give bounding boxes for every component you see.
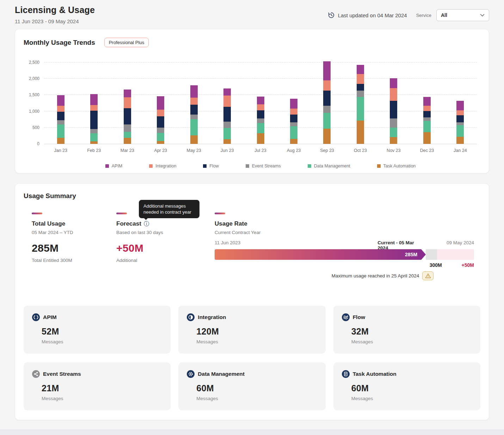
legend-label: Flow bbox=[209, 164, 219, 169]
bar-segment bbox=[223, 107, 231, 122]
y-axis-tick-label: 0 bbox=[37, 141, 39, 146]
bar-segment bbox=[290, 99, 297, 109]
bar-segment bbox=[57, 95, 64, 106]
bar-segment bbox=[456, 101, 464, 110]
bar-segment bbox=[423, 106, 431, 111]
bar-segment bbox=[456, 137, 464, 144]
legend-item[interactable]: APIM bbox=[105, 164, 123, 169]
bar-segment bbox=[423, 97, 431, 106]
bar-segment bbox=[423, 117, 431, 121]
bar-segment bbox=[124, 90, 131, 97]
x-axis-tick-label: Feb 23 bbox=[77, 148, 110, 153]
usage-rate-additional-segment bbox=[437, 249, 474, 260]
x-axis-tick-label: Jul 23 bbox=[244, 148, 277, 153]
y-axis-tick-label: 500 bbox=[32, 125, 39, 130]
bar-segment bbox=[57, 112, 64, 120]
legend-item[interactable]: Task Automation bbox=[377, 164, 416, 169]
x-axis-tick-label: Apr 23 bbox=[144, 148, 177, 153]
stacked-bar bbox=[257, 97, 264, 144]
legend-item[interactable]: Event Streams bbox=[246, 164, 281, 169]
legend-item[interactable]: Data Management bbox=[308, 164, 350, 169]
trends-title: Monthly Usage Trends bbox=[24, 39, 95, 47]
metric-value: 120M bbox=[196, 326, 317, 337]
metric-value: 60M bbox=[196, 383, 317, 393]
bar-segment bbox=[90, 129, 98, 133]
page-date-range: 11 Jun 2023 - 09 May 2024 bbox=[15, 18, 95, 24]
forecast-footnote: Additional bbox=[116, 258, 215, 263]
bar-segment bbox=[357, 121, 364, 144]
legend-label: Data Management bbox=[314, 164, 350, 169]
usage-rate-end-date: 09 May 2024 bbox=[447, 240, 474, 245]
chart-bar-column bbox=[311, 58, 344, 144]
bar-segment bbox=[57, 124, 64, 138]
bar-segment bbox=[257, 110, 264, 118]
licensing-usage-page: Licensing & Usage 11 Jun 2023 - 09 May 2… bbox=[0, 0, 504, 420]
service-label: Service bbox=[416, 13, 431, 18]
forecast-value: +50M bbox=[116, 242, 215, 254]
bar-segment bbox=[257, 104, 264, 110]
usage-rate-progress-bar: 285M bbox=[215, 249, 474, 260]
bar-segment bbox=[124, 97, 131, 108]
bar-segment bbox=[290, 139, 297, 144]
bar-segment bbox=[357, 74, 364, 84]
last-updated: Last updated on 04 Mar 2024 bbox=[328, 12, 407, 19]
chart-bar-column bbox=[377, 58, 410, 144]
flow-icon bbox=[342, 313, 350, 321]
legend-swatch-icon bbox=[308, 164, 311, 168]
bar-segment bbox=[157, 116, 164, 127]
usage-summary-heading: Usage Summary bbox=[24, 192, 480, 200]
trends-title-row: Monthly Usage Trends Professional Plus bbox=[24, 38, 480, 47]
history-clock-icon bbox=[328, 12, 335, 19]
integration-icon bbox=[187, 313, 195, 321]
page-header-right: Last updated on 04 Mar 2024 Service All bbox=[328, 9, 489, 21]
y-axis-tick-label: 2,500 bbox=[29, 60, 39, 65]
forecast-title-row: Forecast ⓘ bbox=[116, 220, 215, 227]
bar-segment bbox=[223, 128, 231, 139]
service-select[interactable]: All bbox=[436, 9, 489, 21]
warning-badge[interactable] bbox=[422, 271, 434, 280]
metric-unit: Messages bbox=[351, 396, 472, 401]
forecast-tooltip: Additional messages needed in contract y… bbox=[139, 200, 199, 218]
summary-row: Total Usage 05 Mar 2024 – YTD 285M Total… bbox=[24, 213, 480, 280]
metric-value: 21M bbox=[42, 383, 162, 393]
metric-card-event-streams: Event Streams 21M Messages bbox=[24, 362, 171, 410]
x-axis-tick-label: Nov 23 bbox=[377, 148, 410, 153]
gradient-dash-icon bbox=[215, 213, 225, 214]
metric-unit: Messages bbox=[42, 339, 162, 344]
bar-segment bbox=[390, 101, 397, 118]
chart-bar-column bbox=[177, 58, 210, 144]
forecast-block: Additional messages needed in contract y… bbox=[116, 213, 215, 280]
warning-triangle-icon bbox=[425, 273, 431, 278]
legend-item[interactable]: Flow bbox=[203, 164, 219, 169]
chart-bar-column bbox=[44, 58, 77, 144]
metric-name: APIM bbox=[43, 314, 57, 320]
usage-rate-bar-block: 11 Jun 2023 Current - 05 Mar 2024 09 May… bbox=[215, 240, 474, 280]
legend-item[interactable]: Integration bbox=[149, 164, 176, 169]
stacked-bar bbox=[223, 88, 231, 144]
usage-rate-entitled-label: 300M bbox=[430, 262, 442, 268]
bar-segment bbox=[290, 126, 297, 139]
legend-label: APIM bbox=[112, 164, 123, 169]
bar-segment bbox=[90, 133, 98, 142]
bar-segment bbox=[157, 110, 164, 116]
metric-card-integration: Integration 120M Messages bbox=[178, 306, 325, 354]
bar-segment bbox=[257, 118, 264, 123]
page-title: Licensing & Usage bbox=[15, 5, 95, 15]
data-management-icon bbox=[187, 370, 195, 378]
metric-value: 52M bbox=[42, 326, 162, 337]
metric-unit: Messages bbox=[196, 396, 317, 401]
last-updated-text: Last updated on 04 Mar 2024 bbox=[338, 12, 407, 18]
bar-segment bbox=[290, 109, 297, 115]
metric-card-task-automation: Task Automation 60M Messages bbox=[333, 362, 480, 410]
usage-rate-start-date: 11 Jun 2023 bbox=[215, 240, 240, 245]
chart-bar-column bbox=[144, 58, 177, 144]
bar-segment bbox=[390, 128, 397, 137]
total-usage-block: Total Usage 05 Mar 2024 – YTD 285M Total… bbox=[24, 213, 116, 280]
bar-segment bbox=[456, 110, 464, 115]
service-select-value: All bbox=[441, 12, 447, 18]
metric-name: Data Management bbox=[198, 371, 245, 377]
chart-bar-column bbox=[210, 58, 244, 144]
bar-segment bbox=[257, 97, 264, 104]
usage-rate-title: Usage Rate bbox=[215, 220, 480, 227]
bar-segment bbox=[423, 111, 431, 118]
